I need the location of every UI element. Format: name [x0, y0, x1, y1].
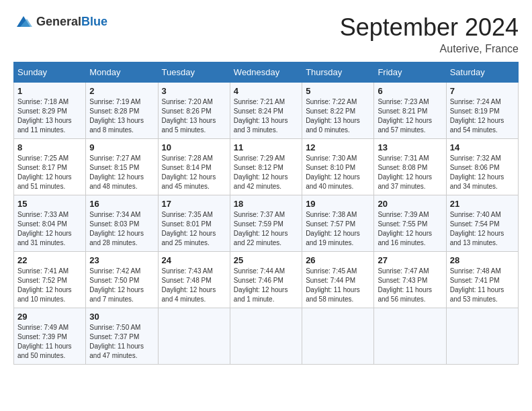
calendar-cell: 8Sunrise: 7:25 AMSunset: 8:17 PMDaylight…	[14, 139, 86, 195]
calendar-cell: 22Sunrise: 7:41 AMSunset: 7:52 PMDayligh…	[14, 252, 86, 308]
day-number: 28	[450, 255, 515, 265]
day-number: 13	[378, 142, 442, 152]
day-info: Sunrise: 7:38 AMSunset: 7:57 PMDaylight:…	[306, 210, 370, 248]
calendar-cell: 7Sunrise: 7:24 AMSunset: 8:19 PMDaylight…	[446, 83, 518, 139]
day-info: Sunrise: 7:20 AMSunset: 8:26 PMDaylight:…	[162, 97, 226, 135]
day-number: 26	[306, 255, 370, 265]
day-info: Sunrise: 7:45 AMSunset: 7:44 PMDaylight:…	[306, 267, 370, 304]
day-info: Sunrise: 7:32 AMSunset: 8:06 PMDaylight:…	[450, 154, 515, 191]
calendar-cell: 4Sunrise: 7:21 AMSunset: 8:24 PMDaylight…	[230, 83, 302, 139]
day-info: Sunrise: 7:48 AMSunset: 7:41 PMDaylight:…	[450, 267, 515, 304]
day-info: Sunrise: 7:28 AMSunset: 8:14 PMDaylight:…	[162, 154, 226, 191]
calendar-week-row: 29Sunrise: 7:49 AMSunset: 7:39 PMDayligh…	[14, 308, 519, 365]
calendar-cell: 6Sunrise: 7:23 AMSunset: 8:21 PMDaylight…	[374, 83, 446, 139]
calendar-cell: 25Sunrise: 7:44 AMSunset: 7:46 PMDayligh…	[230, 252, 302, 308]
page-header: GeneralBlue September 2024 Auterive, Fra…	[13, 13, 519, 55]
calendar-cell: 23Sunrise: 7:42 AMSunset: 7:50 PMDayligh…	[86, 252, 158, 308]
day-number: 20	[378, 199, 442, 209]
day-number: 2	[89, 86, 154, 96]
calendar-table: SundayMondayTuesdayWednesdayThursdayFrid…	[13, 62, 519, 365]
calendar-cell	[374, 308, 446, 365]
calendar-header-sunday: Sunday	[14, 62, 86, 83]
calendar-week-row: 15Sunrise: 7:33 AMSunset: 8:04 PMDayligh…	[14, 195, 519, 252]
calendar-header-thursday: Thursday	[302, 62, 374, 83]
calendar-cell: 27Sunrise: 7:47 AMSunset: 7:43 PMDayligh…	[374, 252, 446, 308]
day-number: 25	[234, 255, 298, 265]
logo-icon	[13, 13, 34, 30]
calendar-cell: 24Sunrise: 7:43 AMSunset: 7:48 PMDayligh…	[158, 252, 230, 308]
day-info: Sunrise: 7:23 AMSunset: 8:21 PMDaylight:…	[378, 97, 442, 135]
calendar-cell	[446, 308, 518, 365]
calendar-header-tuesday: Tuesday	[158, 62, 230, 83]
calendar-cell	[302, 308, 374, 365]
calendar-cell: 19Sunrise: 7:38 AMSunset: 7:57 PMDayligh…	[302, 195, 374, 252]
calendar-week-row: 1Sunrise: 7:18 AMSunset: 8:29 PMDaylight…	[14, 83, 519, 139]
calendar-header-row: SundayMondayTuesdayWednesdayThursdayFrid…	[14, 62, 519, 83]
day-number: 22	[17, 255, 82, 265]
day-number: 23	[89, 255, 154, 265]
calendar-cell: 5Sunrise: 7:22 AMSunset: 8:22 PMDaylight…	[302, 83, 374, 139]
day-number: 30	[89, 312, 154, 322]
day-info: Sunrise: 7:40 AMSunset: 7:54 PMDaylight:…	[450, 210, 515, 248]
day-info: Sunrise: 7:30 AMSunset: 8:10 PMDaylight:…	[306, 154, 370, 191]
calendar-cell: 2Sunrise: 7:19 AMSunset: 8:28 PMDaylight…	[86, 83, 158, 139]
day-number: 4	[234, 86, 298, 96]
calendar-cell: 3Sunrise: 7:20 AMSunset: 8:26 PMDaylight…	[158, 83, 230, 139]
calendar-cell: 14Sunrise: 7:32 AMSunset: 8:06 PMDayligh…	[446, 139, 518, 195]
day-info: Sunrise: 7:42 AMSunset: 7:50 PMDaylight:…	[89, 267, 154, 304]
day-info: Sunrise: 7:24 AMSunset: 8:19 PMDaylight:…	[450, 97, 515, 135]
calendar-cell: 28Sunrise: 7:48 AMSunset: 7:41 PMDayligh…	[446, 252, 518, 308]
calendar-header-friday: Friday	[374, 62, 446, 83]
day-number: 24	[162, 255, 226, 265]
day-number: 17	[162, 199, 226, 209]
day-info: Sunrise: 7:22 AMSunset: 8:22 PMDaylight:…	[306, 97, 370, 135]
calendar-cell: 21Sunrise: 7:40 AMSunset: 7:54 PMDayligh…	[446, 195, 518, 252]
day-number: 12	[306, 142, 370, 152]
month-title: September 2024	[340, 13, 519, 42]
calendar-cell: 30Sunrise: 7:50 AMSunset: 7:37 PMDayligh…	[86, 308, 158, 365]
calendar-week-row: 22Sunrise: 7:41 AMSunset: 7:52 PMDayligh…	[14, 252, 519, 308]
calendar-cell: 11Sunrise: 7:29 AMSunset: 8:12 PMDayligh…	[230, 139, 302, 195]
day-info: Sunrise: 7:31 AMSunset: 8:08 PMDaylight:…	[378, 154, 442, 191]
day-number: 15	[17, 199, 82, 209]
location: Auterive, France	[340, 43, 519, 55]
day-number: 18	[234, 199, 298, 209]
day-info: Sunrise: 7:19 AMSunset: 8:28 PMDaylight:…	[89, 97, 154, 135]
calendar-cell: 13Sunrise: 7:31 AMSunset: 8:08 PMDayligh…	[374, 139, 446, 195]
calendar-cell: 9Sunrise: 7:27 AMSunset: 8:15 PMDaylight…	[86, 139, 158, 195]
calendar-cell: 1Sunrise: 7:18 AMSunset: 8:29 PMDaylight…	[14, 83, 86, 139]
day-number: 11	[234, 142, 298, 152]
calendar-header-wednesday: Wednesday	[230, 62, 302, 83]
logo: GeneralBlue	[13, 13, 107, 30]
day-info: Sunrise: 7:44 AMSunset: 7:46 PMDaylight:…	[234, 267, 298, 304]
day-number: 6	[378, 86, 442, 96]
day-info: Sunrise: 7:27 AMSunset: 8:15 PMDaylight:…	[89, 154, 154, 191]
calendar-cell: 18Sunrise: 7:37 AMSunset: 7:59 PMDayligh…	[230, 195, 302, 252]
day-number: 1	[17, 86, 82, 96]
day-info: Sunrise: 7:41 AMSunset: 7:52 PMDaylight:…	[17, 267, 82, 304]
day-number: 10	[162, 142, 226, 152]
day-info: Sunrise: 7:18 AMSunset: 8:29 PMDaylight:…	[17, 97, 82, 135]
calendar-cell: 12Sunrise: 7:30 AMSunset: 8:10 PMDayligh…	[302, 139, 374, 195]
calendar-cell: 17Sunrise: 7:35 AMSunset: 8:01 PMDayligh…	[158, 195, 230, 252]
calendar-cell: 16Sunrise: 7:34 AMSunset: 8:03 PMDayligh…	[86, 195, 158, 252]
title-block: September 2024 Auterive, France	[340, 13, 519, 55]
day-number: 16	[89, 199, 154, 209]
day-number: 7	[450, 86, 515, 96]
day-info: Sunrise: 7:39 AMSunset: 7:55 PMDaylight:…	[378, 210, 442, 248]
calendar-cell: 15Sunrise: 7:33 AMSunset: 8:04 PMDayligh…	[14, 195, 86, 252]
day-info: Sunrise: 7:50 AMSunset: 7:37 PMDaylight:…	[89, 323, 154, 361]
calendar-cell: 29Sunrise: 7:49 AMSunset: 7:39 PMDayligh…	[14, 308, 86, 365]
day-number: 9	[89, 142, 154, 152]
calendar-cell	[158, 308, 230, 365]
day-number: 29	[17, 312, 82, 322]
day-number: 21	[450, 199, 515, 209]
day-number: 8	[17, 142, 82, 152]
day-info: Sunrise: 7:33 AMSunset: 8:04 PMDaylight:…	[17, 210, 82, 248]
day-number: 5	[306, 86, 370, 96]
day-info: Sunrise: 7:25 AMSunset: 8:17 PMDaylight:…	[17, 154, 82, 191]
logo-text: GeneralBlue	[36, 15, 107, 29]
calendar-cell: 20Sunrise: 7:39 AMSunset: 7:55 PMDayligh…	[374, 195, 446, 252]
day-info: Sunrise: 7:37 AMSunset: 7:59 PMDaylight:…	[234, 210, 298, 248]
logo-general: General	[36, 15, 81, 28]
